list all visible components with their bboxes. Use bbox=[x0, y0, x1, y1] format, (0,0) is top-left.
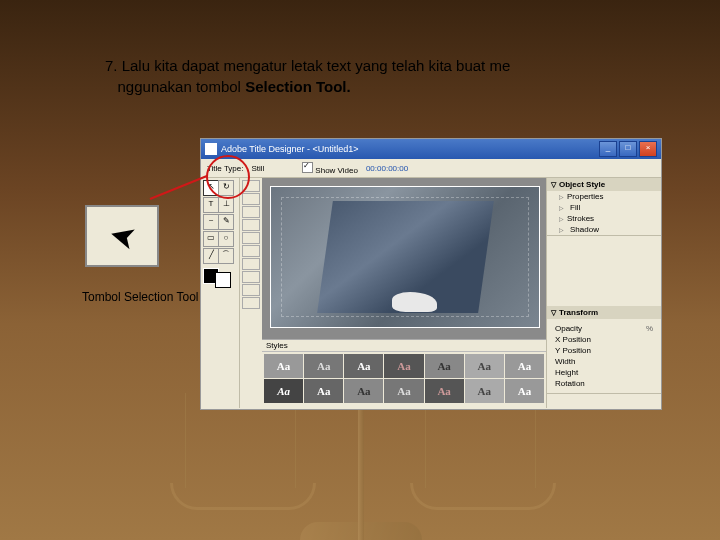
style-swatch[interactable]: Aa bbox=[425, 354, 464, 378]
transform-header[interactable]: Transform bbox=[547, 306, 661, 319]
properties-row[interactable]: Properties bbox=[547, 191, 661, 202]
close-button[interactable]: × bbox=[639, 141, 657, 157]
style-swatch[interactable]: Aa bbox=[505, 354, 544, 378]
font-btn[interactable] bbox=[242, 193, 260, 205]
font-btn[interactable] bbox=[242, 232, 260, 244]
font-controls bbox=[240, 178, 262, 408]
font-btn[interactable] bbox=[242, 245, 260, 257]
font-btn[interactable] bbox=[242, 206, 260, 218]
timecode: 00:00:00:00 bbox=[366, 164, 408, 173]
height-label: Height bbox=[555, 368, 578, 377]
style-swatch[interactable]: Aa bbox=[344, 354, 383, 378]
ellipse-tool[interactable]: ○ bbox=[218, 231, 234, 247]
shadow-row[interactable]: Shadow bbox=[547, 224, 661, 235]
width-label: Width bbox=[555, 357, 575, 366]
pen-tool[interactable]: ✎ bbox=[218, 214, 234, 230]
style-swatch[interactable]: Aa bbox=[304, 354, 343, 378]
style-swatch[interactable]: Aa bbox=[264, 354, 303, 378]
xpos-label: X Position bbox=[555, 335, 591, 344]
font-btn[interactable] bbox=[242, 271, 260, 283]
font-btn[interactable] bbox=[242, 258, 260, 270]
show-video-checkbox[interactable] bbox=[302, 162, 313, 173]
instruction-text: 7. Lalu kita dapat mengatur letak text y… bbox=[105, 55, 605, 97]
opacity-label: Opacity bbox=[555, 324, 582, 333]
rect-tool[interactable]: ▭ bbox=[203, 231, 219, 247]
style-swatch[interactable]: Aa bbox=[304, 379, 343, 403]
style-swatch[interactable]: Aa bbox=[505, 379, 544, 403]
strokes-row[interactable]: Strokes bbox=[547, 213, 661, 224]
app-icon bbox=[205, 143, 217, 155]
titlebar: Adobe Title Designer - <Untitled1> _ □ × bbox=[201, 139, 661, 159]
callout-circle bbox=[206, 155, 250, 199]
style-swatch[interactable]: Aa bbox=[384, 379, 423, 403]
canvas-preview[interactable] bbox=[262, 178, 546, 339]
opacity-value[interactable]: % bbox=[646, 324, 653, 333]
title-type-value[interactable]: Still bbox=[251, 164, 264, 173]
window-title: Adobe Title Designer - <Untitled1> bbox=[221, 144, 359, 154]
object-style-header[interactable]: Object Style bbox=[547, 178, 661, 191]
type-tool[interactable]: T bbox=[203, 197, 219, 213]
vtype-tool[interactable]: ⊥ bbox=[218, 197, 234, 213]
style-swatch[interactable]: Aa bbox=[264, 379, 303, 403]
color-swatches[interactable] bbox=[203, 268, 231, 288]
line-tool[interactable]: ╱ bbox=[203, 248, 219, 264]
app-screenshot: Adobe Title Designer - <Untitled1> _ □ ×… bbox=[200, 138, 662, 410]
show-video-label: Show Video bbox=[315, 166, 358, 175]
styles-header: Styles bbox=[262, 340, 546, 352]
path-type-tool[interactable]: ~ bbox=[203, 214, 219, 230]
font-btn[interactable] bbox=[242, 284, 260, 296]
minimize-button[interactable]: _ bbox=[599, 141, 617, 157]
style-swatch[interactable]: Aa bbox=[344, 379, 383, 403]
arc-tool[interactable]: ⌒ bbox=[218, 248, 234, 264]
font-btn[interactable] bbox=[242, 219, 260, 231]
style-swatch[interactable]: Aa bbox=[425, 379, 464, 403]
cursor-icon: ➤ bbox=[104, 214, 140, 258]
rotation-label: Rotation bbox=[555, 379, 585, 388]
style-swatch[interactable]: Aa bbox=[465, 354, 504, 378]
ypos-label: Y Position bbox=[555, 346, 591, 355]
tool-palette: ↖ ↻ T ⊥ ~ ✎ ▭ ○ ╱ ⌒ bbox=[201, 178, 240, 408]
font-btn[interactable] bbox=[242, 297, 260, 309]
top-toolbar: Title Type: Still Show Video 00:00:00:00 bbox=[201, 159, 661, 178]
style-swatch[interactable]: Aa bbox=[384, 354, 423, 378]
styles-panel: Styles Aa Aa Aa Aa Aa Aa Aa Aa Aa Aa Aa … bbox=[262, 339, 546, 408]
selection-tool-callout: ➤ bbox=[85, 205, 159, 267]
maximize-button[interactable]: □ bbox=[619, 141, 637, 157]
style-swatch[interactable]: Aa bbox=[465, 379, 504, 403]
callout-caption: Tombol Selection Tool bbox=[82, 290, 199, 304]
fill-row[interactable]: Fill bbox=[547, 202, 661, 213]
properties-panel: Object Style Properties Fill Strokes Sha… bbox=[546, 178, 661, 408]
